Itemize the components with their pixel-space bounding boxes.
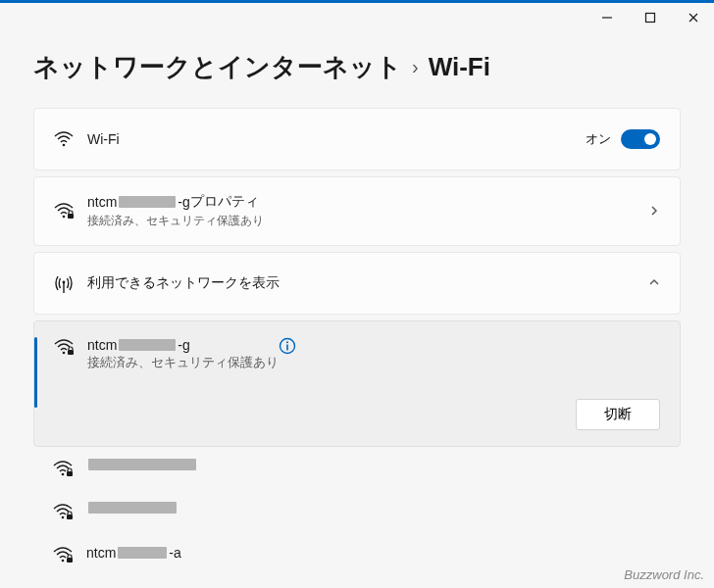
network-item[interactable] bbox=[33, 447, 681, 490]
available-networks-label: 利用できるネットワークを表示 bbox=[87, 274, 648, 292]
svg-point-2 bbox=[63, 215, 66, 218]
wifi-secure-icon bbox=[53, 547, 86, 564]
redacted-text bbox=[119, 339, 176, 351]
breadcrumb: ネットワークとインターネット › Wi-Fi bbox=[33, 50, 681, 84]
svg-point-8 bbox=[286, 341, 288, 343]
network-status: 接続済み、セキュリティ保護あり bbox=[87, 356, 279, 369]
breadcrumb-current: Wi-Fi bbox=[429, 52, 490, 82]
network-item-selected[interactable]: ntcm -g 接続済み、セキュリティ保護あり bbox=[33, 320, 681, 447]
svg-point-10 bbox=[62, 473, 65, 476]
available-networks-list: ntcm -g 接続済み、セキュリティ保護あり bbox=[33, 320, 681, 588]
redacted-text bbox=[88, 502, 177, 514]
svg-rect-11 bbox=[67, 471, 73, 476]
connected-network-status: 接続済み、セキュリティ保護あり bbox=[87, 213, 648, 229]
network-item[interactable] bbox=[33, 576, 681, 588]
available-networks-card[interactable]: 利用できるネットワークを表示 bbox=[33, 252, 681, 315]
connected-network-name: ntcm -g プロパティ bbox=[87, 193, 648, 211]
wifi-secure-icon bbox=[53, 504, 86, 521]
antenna-icon bbox=[54, 273, 87, 293]
svg-point-5 bbox=[63, 352, 66, 355]
chevron-up-icon bbox=[648, 274, 660, 292]
svg-rect-6 bbox=[68, 350, 74, 355]
svg-rect-13 bbox=[67, 514, 73, 519]
network-item[interactable] bbox=[33, 490, 681, 533]
window-titlebar bbox=[0, 3, 714, 32]
svg-point-12 bbox=[62, 516, 65, 519]
wifi-toggle[interactable] bbox=[621, 129, 660, 149]
disconnect-button[interactable]: 切断 bbox=[576, 399, 660, 430]
redacted-text bbox=[119, 196, 176, 208]
redacted-text bbox=[88, 459, 196, 470]
breadcrumb-parent[interactable]: ネットワークとインターネット bbox=[33, 50, 402, 84]
svg-point-1 bbox=[63, 144, 66, 147]
wifi-state-label: オン bbox=[586, 130, 611, 148]
maximize-button[interactable] bbox=[641, 9, 659, 26]
svg-point-4 bbox=[63, 281, 66, 284]
svg-point-14 bbox=[62, 560, 65, 563]
info-icon[interactable] bbox=[279, 337, 296, 359]
connected-network-card[interactable]: ntcm -g プロパティ 接続済み、セキュリティ保護あり bbox=[33, 176, 681, 246]
redacted-text bbox=[118, 547, 167, 559]
chevron-right-icon bbox=[648, 203, 660, 220]
wifi-secure-icon bbox=[53, 461, 86, 478]
minimize-button[interactable] bbox=[598, 9, 616, 26]
wifi-toggle-label: Wi-Fi bbox=[87, 131, 586, 147]
svg-rect-0 bbox=[646, 14, 655, 23]
network-item[interactable]: ntcm -a bbox=[33, 533, 681, 576]
wifi-secure-icon bbox=[54, 203, 87, 220]
wifi-icon bbox=[54, 131, 87, 147]
network-name: ntcm -a bbox=[86, 545, 181, 561]
network-name bbox=[86, 459, 198, 470]
svg-rect-3 bbox=[68, 214, 74, 219]
close-button[interactable] bbox=[685, 9, 702, 26]
watermark: Buzzword Inc. bbox=[624, 567, 704, 582]
network-name: ntcm -g bbox=[87, 337, 279, 353]
svg-rect-15 bbox=[67, 558, 73, 563]
network-name bbox=[86, 502, 178, 514]
wifi-secure-icon bbox=[54, 339, 87, 357]
svg-rect-9 bbox=[286, 345, 288, 351]
chevron-right-icon: › bbox=[412, 56, 419, 78]
wifi-toggle-card: Wi-Fi オン bbox=[33, 108, 681, 171]
